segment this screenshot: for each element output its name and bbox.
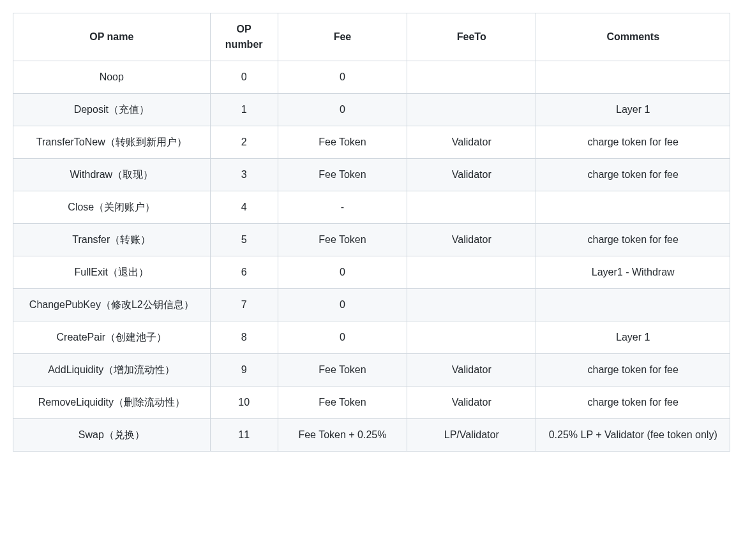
cell-op-name: TransferToNew（转账到新用户） <box>13 126 211 159</box>
cell-fee: Fee Token <box>278 159 407 191</box>
cell-op-name: Noop <box>13 61 211 94</box>
cell-fee-to: LP/Validator <box>407 419 536 452</box>
cell-comments <box>536 289 730 321</box>
cell-op-name: Withdraw（取现） <box>13 159 211 191</box>
cell-fee: - <box>278 191 407 224</box>
table-row: ChangePubKey（修改L2公钥信息） 7 0 <box>13 289 730 321</box>
table-row: Swap（兑换） 11 Fee Token + 0.25% LP/Validat… <box>13 419 730 452</box>
cell-fee: Fee Token <box>278 354 407 387</box>
cell-fee-to <box>407 256 536 289</box>
cell-op-number: 9 <box>210 354 278 387</box>
cell-op-number: 3 <box>210 159 278 191</box>
cell-comments <box>536 61 730 94</box>
cell-op-number: 7 <box>210 289 278 321</box>
cell-comments: charge token for fee <box>536 387 730 419</box>
cell-fee-to <box>407 61 536 94</box>
cell-op-number: 0 <box>210 61 278 94</box>
cell-fee: 0 <box>278 321 407 354</box>
cell-comments <box>536 191 730 224</box>
cell-fee: Fee Token <box>278 387 407 419</box>
table-row: Withdraw（取现） 3 Fee Token Validator charg… <box>13 159 730 191</box>
table-row: TransferToNew（转账到新用户） 2 Fee Token Valida… <box>13 126 730 159</box>
cell-op-name: AddLiquidity（增加流动性） <box>13 354 211 387</box>
table-row: FullExit（退出） 6 0 Layer1 - Withdraw <box>13 256 730 289</box>
table-row: RemoveLiquidity（删除流动性） 10 Fee Token Vali… <box>13 387 730 419</box>
header-op-name: OP name <box>13 13 211 61</box>
cell-comments: charge token for fee <box>536 159 730 191</box>
cell-op-number: 5 <box>210 224 278 256</box>
cell-fee: 0 <box>278 256 407 289</box>
table-row: AddLiquidity（增加流动性） 9 Fee Token Validato… <box>13 354 730 387</box>
cell-op-number: 10 <box>210 387 278 419</box>
cell-fee: 0 <box>278 61 407 94</box>
cell-comments: charge token for fee <box>536 354 730 387</box>
table-row: Deposit（充值） 1 0 Layer 1 <box>13 94 730 126</box>
cell-fee-to <box>407 94 536 126</box>
cell-op-number: 11 <box>210 419 278 452</box>
cell-op-name: Swap（兑换） <box>13 419 211 452</box>
cell-comments: 0.25% LP + Validator (fee token only) <box>536 419 730 452</box>
cell-comments: charge token for fee <box>536 224 730 256</box>
cell-comments: Layer 1 <box>536 321 730 354</box>
cell-fee-to <box>407 289 536 321</box>
cell-fee-to <box>407 191 536 224</box>
cell-comments: charge token for fee <box>536 126 730 159</box>
cell-fee-to <box>407 321 536 354</box>
operations-table: OP name OP number Fee FeeTo Comments Noo… <box>13 13 730 452</box>
cell-op-name: CreatePair（创建池子） <box>13 321 211 354</box>
cell-fee-to: Validator <box>407 126 536 159</box>
cell-fee-to: Validator <box>407 387 536 419</box>
cell-fee-to: Validator <box>407 224 536 256</box>
cell-fee-to: Validator <box>407 354 536 387</box>
cell-comments: Layer1 - Withdraw <box>536 256 730 289</box>
header-comments: Comments <box>536 13 730 61</box>
table-row: Noop 0 0 <box>13 61 730 94</box>
cell-op-name: Transfer（转账） <box>13 224 211 256</box>
table-body: Noop 0 0 Deposit（充值） 1 0 Layer 1 Transfe… <box>13 61 730 452</box>
header-fee-to: FeeTo <box>407 13 536 61</box>
cell-op-number: 8 <box>210 321 278 354</box>
cell-op-name: Close（关闭账户） <box>13 191 211 224</box>
header-op-number: OP number <box>210 13 278 61</box>
table-row: Transfer（转账） 5 Fee Token Validator charg… <box>13 224 730 256</box>
table-row: Close（关闭账户） 4 - <box>13 191 730 224</box>
cell-fee: 0 <box>278 94 407 126</box>
cell-op-name: Deposit（充值） <box>13 94 211 126</box>
cell-fee: Fee Token <box>278 224 407 256</box>
table-row: CreatePair（创建池子） 8 0 Layer 1 <box>13 321 730 354</box>
cell-op-number: 4 <box>210 191 278 224</box>
cell-op-name: FullExit（退出） <box>13 256 211 289</box>
cell-op-number: 2 <box>210 126 278 159</box>
cell-fee-to: Validator <box>407 159 536 191</box>
cell-op-number: 6 <box>210 256 278 289</box>
header-row: OP name OP number Fee FeeTo Comments <box>13 13 730 61</box>
table-header: OP name OP number Fee FeeTo Comments <box>13 13 730 61</box>
cell-fee: Fee Token + 0.25% <box>278 419 407 452</box>
cell-fee: 0 <box>278 289 407 321</box>
cell-op-name: RemoveLiquidity（删除流动性） <box>13 387 211 419</box>
cell-comments: Layer 1 <box>536 94 730 126</box>
cell-op-number: 1 <box>210 94 278 126</box>
header-fee: Fee <box>278 13 407 61</box>
cell-fee: Fee Token <box>278 126 407 159</box>
cell-op-name: ChangePubKey（修改L2公钥信息） <box>13 289 211 321</box>
